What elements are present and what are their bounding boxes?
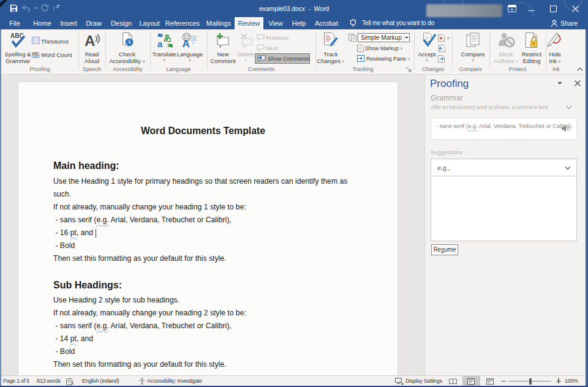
svg-text:a: a [157,39,163,48]
svg-text:あ: あ [164,33,172,42]
svg-text:A: A [183,38,190,48]
svg-text:123: 123 [33,55,38,58]
svg-text:A: A [85,32,95,48]
svg-text:ABC: ABC [32,51,39,55]
svg-text:字: 字 [190,35,198,44]
